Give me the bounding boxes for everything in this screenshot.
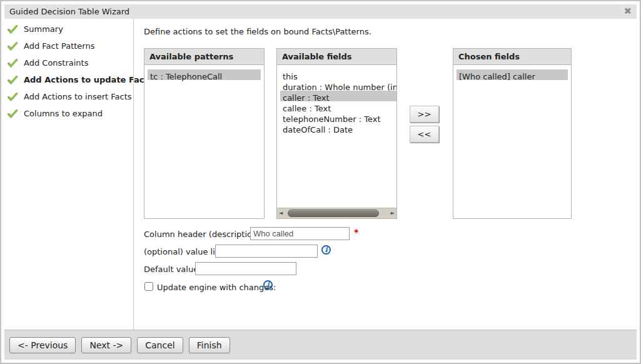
available-fields-body: this duration : Whole number (integer) c… [277, 65, 396, 218]
sidebar-item-add-constraints[interactable]: Add Constraints [8, 54, 133, 71]
info-icon[interactable]: i [263, 280, 273, 290]
sidebar-item-label: Add Fact Patterns [24, 41, 94, 51]
chosen-fields-list: Chosen fields [Who called] caller [453, 48, 572, 219]
column-header-input[interactable] [250, 227, 350, 240]
page-instruction: Define actions to set the fields on boun… [144, 27, 371, 36]
previous-button[interactable]: <- Previous [9, 337, 76, 353]
sidebar-item-label: Summary [24, 24, 63, 34]
scroll-left-icon[interactable]: ◄ [279, 211, 283, 216]
list-item[interactable]: [Who called] caller [457, 69, 568, 80]
available-patterns-body: tc : TelephoneCall [144, 65, 264, 218]
horizontal-scrollbar[interactable]: ◄ ► [277, 208, 396, 218]
sidebar-item-columns-to-expand[interactable]: Columns to expand [8, 105, 133, 122]
available-patterns-header: Available patterns [144, 49, 264, 65]
check-icon [8, 42, 18, 51]
value-list-label: (optional) value list: [144, 247, 225, 256]
sidebar-item-label: Columns to expand [24, 109, 103, 118]
add-field-button[interactable]: >> [410, 106, 439, 123]
scroll-right-icon[interactable]: ► [391, 211, 395, 216]
cancel-button[interactable]: Cancel [137, 337, 183, 353]
check-icon [8, 59, 18, 68]
update-engine-label: Update engine with changes: [157, 283, 276, 292]
list-item[interactable]: callee : Text [280, 101, 393, 112]
sidebar-item-add-actions-update-facts[interactable]: Add Actions to update Facts [8, 71, 133, 88]
available-fields-header: Available fields [277, 49, 396, 65]
required-asterisk: * [354, 227, 358, 237]
title-bar: Guided Decision Table Wizard ✖ [4, 4, 637, 19]
default-value-input[interactable] [195, 262, 296, 275]
default-value-label: Default value: [144, 265, 201, 274]
check-icon [8, 76, 18, 84]
close-icon[interactable]: ✖ [623, 7, 632, 16]
list-item[interactable]: this [280, 69, 393, 80]
scrollbar-thumb[interactable] [288, 210, 379, 217]
wizard-steps-sidebar: Summary Add Fact Patterns Add Constraint… [8, 21, 133, 122]
available-patterns-list: Available patterns tc : TelephoneCall [144, 48, 265, 219]
dialog-title: Guided Decision Table Wizard [9, 7, 129, 16]
sidebar-item-label: Add Actions to insert Facts [24, 92, 132, 101]
sidebar-divider [133, 19, 134, 331]
next-button[interactable]: Next -> [81, 337, 131, 353]
sidebar-item-label: Add Constraints [24, 58, 88, 68]
sidebar-item-add-fact-patterns[interactable]: Add Fact Patterns [8, 38, 133, 54]
check-icon [8, 93, 18, 101]
column-header-label: Column header (description): [144, 230, 263, 239]
value-list-input[interactable] [215, 245, 318, 258]
chosen-fields-body: [Who called] caller [453, 65, 571, 218]
sidebar-item-summary[interactable]: Summary [8, 21, 133, 38]
list-item[interactable]: telephoneNumber : Text [280, 112, 393, 123]
guided-decision-table-wizard-dialog: Guided Decision Table Wizard ✖ Summary A… [0, 0, 641, 364]
info-icon[interactable]: i [321, 245, 331, 255]
sidebar-item-add-actions-insert-facts[interactable]: Add Actions to insert Facts [8, 88, 133, 105]
check-icon [8, 25, 18, 34]
update-engine-checkbox[interactable] [144, 282, 153, 291]
footer-button-bar: <- Previous Next -> Cancel Finish [4, 330, 637, 360]
check-icon [8, 109, 18, 118]
finish-button[interactable]: Finish [189, 337, 230, 353]
remove-field-button[interactable]: << [410, 126, 439, 143]
list-item[interactable]: duration : Whole number (integer) [280, 80, 393, 91]
available-fields-list: Available fields this duration : Whole n… [276, 48, 397, 219]
list-item[interactable]: tc : TelephoneCall [148, 69, 261, 80]
chosen-fields-header: Chosen fields [453, 49, 571, 65]
